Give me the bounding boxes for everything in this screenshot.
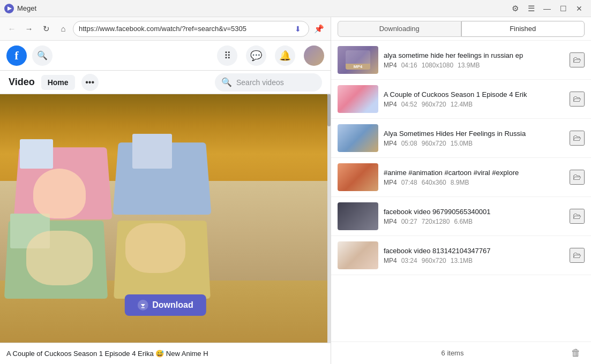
download-info: alya sometime hide her feelings in russi… (384, 51, 564, 69)
app-logo (4, 4, 14, 13)
browser-toolbar: ← → ↻ ⌂ ⬇ 📌 (0, 17, 331, 41)
home-button[interactable]: ⌂ (56, 21, 71, 36)
download-meta: MP4 00:27 720x1280 6.6MB (384, 218, 564, 225)
download-item[interactable]: #anime #animation #cartoon #viral #explo… (331, 158, 591, 197)
facebook-messenger-icon[interactable]: 💬 (246, 46, 266, 66)
download-meta: MP4 05:08 960x720 15.0MB (384, 140, 564, 147)
facebook-logo: f (6, 46, 27, 66)
open-folder-button[interactable]: 🗁 (570, 248, 585, 263)
download-info: Alya Sometimes Hides Her Feelings in Rus… (384, 130, 564, 147)
download-button[interactable]: Download (124, 294, 206, 316)
pin-button[interactable]: 📌 (311, 21, 326, 36)
download-info: facebook video 967990565340001 MP4 00:27… (384, 208, 564, 225)
download-info: facebook video 813142104347767 MP4 03:24… (384, 247, 564, 264)
open-folder-button[interactable]: 🗁 (570, 209, 585, 224)
browser-scrollbar[interactable] (327, 94, 331, 343)
close-button[interactable]: ✕ (572, 1, 587, 16)
download-item[interactable]: MP4 alya sometime hide her feelings in r… (331, 41, 591, 80)
back-button[interactable]: ← (4, 21, 19, 36)
maximize-button[interactable]: ☐ (556, 1, 571, 16)
facebook-header: f 🔍 ⠿ 💬 🔔 (0, 41, 331, 71)
video-area: Download (0, 94, 331, 343)
download-item[interactable]: A Couple of Cuckoos Season 1 Episode 4 E… (331, 80, 591, 119)
download-thumbnail (338, 163, 378, 191)
facebook-search-button[interactable]: 🔍 (32, 46, 53, 66)
download-title: Alya Sometimes Hides Her Feelings in Rus… (384, 130, 564, 138)
video-home-button[interactable]: Home (41, 75, 75, 90)
download-title: alya sometime hide her feelings in russi… (384, 51, 564, 59)
download-thumbnail (338, 202, 378, 230)
download-meta: MP4 04:52 960x720 12.4MB (384, 101, 564, 108)
download-thumbnail (338, 124, 378, 152)
open-folder-button[interactable]: 🗁 (570, 52, 585, 67)
downloads-footer: 6 items 🗑 (331, 342, 591, 364)
download-title: A Couple of Cuckoos Season 1 Episode 4 E… (384, 90, 564, 98)
menu-button[interactable]: ☰ (523, 1, 538, 16)
items-count: 6 items (338, 349, 567, 357)
downloads-list: MP4 alya sometime hide her feelings in r… (331, 41, 591, 342)
download-thumbnail: MP4 (338, 46, 378, 74)
download-meta: MP4 04:16 1080x1080 13.9MB (384, 62, 564, 69)
open-folder-button[interactable]: 🗁 (570, 131, 585, 146)
open-folder-button[interactable]: 🗁 (570, 92, 585, 107)
more-options-button[interactable]: ••• (81, 74, 99, 91)
download-item[interactable]: facebook video 813142104347767 MP4 03:24… (331, 236, 591, 275)
window-controls: ⚙ ☰ — ☐ ✕ (507, 1, 587, 16)
download-icon (137, 300, 148, 310)
video-title-text: A Couple of Cuckoos Season 1 Episode 4 E… (6, 350, 208, 358)
search-icon: 🔍 (221, 77, 232, 87)
browser-pane: ← → ↻ ⌂ ⬇ 📌 f 🔍 ⠿ 💬 🔔 Video Home ••• (0, 17, 331, 364)
download-meta: MP4 07:48 640x360 8.9MB (384, 179, 564, 186)
forward-button[interactable]: → (21, 21, 36, 36)
facebook-grid-icon[interactable]: ⠿ (217, 46, 237, 66)
app-title: Meget (17, 4, 507, 12)
address-download-icon[interactable]: ⬇ (293, 24, 303, 34)
video-page-nav: Video Home ••• 🔍 Search videos (0, 71, 331, 94)
download-title: facebook video 813142104347767 (384, 247, 564, 255)
downloads-pane: Downloading Finished MP4 alya sometime h… (331, 17, 591, 364)
address-bar[interactable]: ⬇ (73, 21, 309, 37)
download-title: facebook video 967990565340001 (384, 208, 564, 216)
video-search-bar[interactable]: 🔍 Search videos (215, 73, 322, 92)
svg-rect-4 (141, 307, 144, 308)
search-placeholder: Search videos (236, 78, 284, 87)
download-title: #anime #animation #cartoon #viral #explo… (384, 169, 564, 177)
video-page-title: Video (9, 77, 35, 88)
download-thumbnail (338, 85, 378, 113)
video-title-bar: A Couple of Cuckoos Season 1 Episode 4 E… (0, 343, 331, 364)
delete-all-button[interactable]: 🗑 (567, 345, 585, 362)
download-meta: MP4 03:24 960x720 13.1MB (384, 257, 564, 264)
settings-button[interactable]: ⚙ (507, 1, 522, 16)
download-item[interactable]: facebook video 967990565340001 MP4 00:27… (331, 197, 591, 236)
download-thumbnail (338, 241, 378, 269)
tab-finished[interactable]: Finished (461, 21, 585, 37)
open-folder-button[interactable]: 🗁 (570, 170, 585, 185)
address-input[interactable] (79, 25, 289, 33)
minimize-button[interactable]: — (540, 1, 555, 16)
downloads-tabs: Downloading Finished (331, 17, 591, 41)
facebook-avatar[interactable] (304, 46, 324, 66)
main-content: ← → ↻ ⌂ ⬇ 📌 f 🔍 ⠿ 💬 🔔 Video Home ••• (0, 17, 591, 364)
download-info: #anime #animation #cartoon #viral #explo… (384, 169, 564, 186)
refresh-button[interactable]: ↻ (39, 21, 54, 36)
facebook-bell-icon[interactable]: 🔔 (275, 46, 295, 66)
download-item[interactable]: Alya Sometimes Hides Her Feelings in Rus… (331, 119, 591, 158)
tab-downloading[interactable]: Downloading (338, 21, 461, 37)
title-bar: Meget ⚙ ☰ — ☐ ✕ (0, 0, 591, 17)
download-info: A Couple of Cuckoos Season 1 Episode 4 E… (384, 90, 564, 108)
